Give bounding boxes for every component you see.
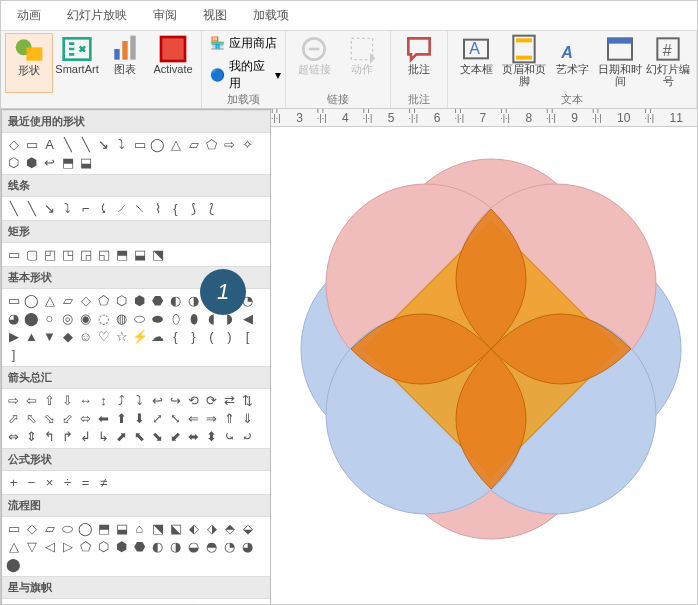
- shape-item[interactable]: ↱: [59, 428, 76, 445]
- hyperlink-button[interactable]: 超链接: [290, 33, 338, 93]
- shape-item[interactable]: ⇕: [23, 428, 40, 445]
- shape-item[interactable]: ↪: [167, 392, 184, 409]
- shape-item[interactable]: △: [41, 292, 58, 309]
- shape-item[interactable]: ⬡: [5, 154, 22, 171]
- shape-item[interactable]: ✧: [239, 136, 256, 153]
- shape-item[interactable]: ╲: [5, 200, 22, 217]
- shape-item[interactable]: ⌂: [131, 520, 148, 537]
- shape-item[interactable]: ⤵: [131, 392, 148, 409]
- shape-item[interactable]: ⬖: [185, 520, 202, 537]
- shape-item[interactable]: ⬁: [23, 410, 40, 427]
- shape-item[interactable]: ◯: [23, 292, 40, 309]
- slide-canvas[interactable]: |·|·|·|·3|·|·|·|·4|·|·|·|·5|·|·|·|·6|·|·…: [271, 109, 697, 605]
- shape-item[interactable]: (: [203, 328, 220, 345]
- shape-item[interactable]: ): [221, 328, 238, 345]
- shape-item[interactable]: △: [5, 538, 22, 555]
- shape-item[interactable]: ⬃: [59, 410, 76, 427]
- wordart-button[interactable]: A 艺术字: [548, 33, 596, 93]
- tab-addins[interactable]: 加载项: [249, 5, 293, 26]
- shape-item[interactable]: ▭: [5, 520, 22, 537]
- shape-item[interactable]: ⬢: [113, 538, 130, 555]
- smartart-button[interactable]: SmartArt: [53, 33, 101, 93]
- shape-item[interactable]: ▱: [185, 136, 202, 153]
- shape-item[interactable]: ⬠: [77, 538, 94, 555]
- shape-item[interactable]: ◌: [95, 310, 112, 327]
- shape-item[interactable]: ◒: [185, 538, 202, 555]
- shape-item[interactable]: ▼: [41, 328, 58, 345]
- shape-item[interactable]: {: [167, 328, 184, 345]
- shape-item[interactable]: ◁: [41, 538, 58, 555]
- shape-item[interactable]: ↩: [149, 392, 166, 409]
- shape-item[interactable]: ⬊: [149, 428, 166, 445]
- shape-item[interactable]: ⟅: [203, 200, 220, 217]
- shape-item[interactable]: =: [77, 474, 94, 491]
- shape-item[interactable]: ⬬: [149, 310, 166, 327]
- shape-item[interactable]: ⬍: [203, 428, 220, 445]
- shape-item[interactable]: ☺: [77, 328, 94, 345]
- shape-item[interactable]: ◳: [59, 246, 76, 263]
- shape-item[interactable]: ⇒: [203, 410, 220, 427]
- shape-item[interactable]: ▶: [5, 328, 22, 345]
- shape-item[interactable]: ⬄: [77, 410, 94, 427]
- slidenum-button[interactable]: # 幻灯片编号: [644, 33, 692, 93]
- shape-item[interactable]: ♡: [95, 328, 112, 345]
- shape-item[interactable]: ◲: [77, 246, 94, 263]
- shape-item[interactable]: ⬕: [167, 520, 184, 537]
- shape-item[interactable]: ⇩: [59, 392, 76, 409]
- shape-item[interactable]: ╲: [59, 136, 76, 153]
- shape-item[interactable]: ↲: [77, 428, 94, 445]
- shape-item[interactable]: ⟋: [113, 200, 130, 217]
- shape-item[interactable]: ↘: [95, 136, 112, 153]
- shape-item[interactable]: ⬒: [113, 246, 130, 263]
- shape-item[interactable]: ↰: [41, 428, 58, 445]
- shape-item[interactable]: ⬓: [77, 154, 94, 171]
- shape-item[interactable]: ⤡: [167, 410, 184, 427]
- shape-item[interactable]: ⬒: [95, 520, 112, 537]
- shape-item[interactable]: ▭: [131, 136, 148, 153]
- shape-item[interactable]: ◓: [203, 538, 220, 555]
- shape-item[interactable]: ⇐: [185, 410, 202, 427]
- shape-item[interactable]: ⬢: [131, 292, 148, 309]
- shape-item[interactable]: ⬇: [131, 410, 148, 427]
- shape-item[interactable]: ⚡: [131, 328, 148, 345]
- shape-item[interactable]: ⇦: [23, 392, 40, 409]
- shape-item[interactable]: ▢: [23, 246, 40, 263]
- shape-item[interactable]: △: [167, 136, 184, 153]
- shape-item[interactable]: ⇓: [239, 410, 256, 427]
- shape-item[interactable]: ▽: [23, 538, 40, 555]
- shape-item[interactable]: ⬙: [239, 520, 256, 537]
- shape-item[interactable]: ☁: [149, 328, 166, 345]
- shape-item[interactable]: ⬓: [131, 246, 148, 263]
- shape-item[interactable]: ◉: [77, 310, 94, 327]
- shape-item[interactable]: ⇨: [221, 136, 238, 153]
- shape-item[interactable]: ⬓: [113, 520, 130, 537]
- shape-item[interactable]: ◆: [59, 328, 76, 345]
- shape-item[interactable]: ↔: [77, 392, 94, 409]
- myapps-button[interactable]: 🔵我的应用▾: [210, 58, 281, 92]
- shape-item[interactable]: ⬡: [113, 292, 130, 309]
- datetime-button[interactable]: 日期和时间: [596, 33, 644, 93]
- shape-item[interactable]: ▱: [59, 292, 76, 309]
- shape-item[interactable]: ▱: [41, 520, 58, 537]
- shape-item[interactable]: ⬗: [203, 520, 220, 537]
- shape-item[interactable]: ⬔: [149, 246, 166, 263]
- shape-item[interactable]: ◯: [149, 136, 166, 153]
- shape-item[interactable]: ↘: [41, 200, 58, 217]
- shape-item[interactable]: ◑: [167, 538, 184, 555]
- textbox-button[interactable]: A 文本框: [452, 33, 500, 93]
- shape-item[interactable]: ⬒: [59, 154, 76, 171]
- shape-item[interactable]: ≠: [95, 474, 112, 491]
- shape-item[interactable]: }: [185, 328, 202, 345]
- shape-item[interactable]: ⇨: [5, 392, 22, 409]
- shape-item[interactable]: ◇: [77, 292, 94, 309]
- shape-item[interactable]: ◕: [5, 310, 22, 327]
- shape-item[interactable]: ⤿: [221, 428, 238, 445]
- shape-item[interactable]: ◍: [113, 310, 130, 327]
- shape-item[interactable]: ⬭: [131, 310, 148, 327]
- shapes-button[interactable]: 形状: [5, 33, 53, 93]
- shape-item[interactable]: ▭: [23, 136, 40, 153]
- shape-item[interactable]: ⬂: [41, 410, 58, 427]
- shape-item[interactable]: ⇄: [221, 392, 238, 409]
- shape-item[interactable]: ▷: [59, 538, 76, 555]
- shape-item[interactable]: ⬮: [185, 310, 202, 327]
